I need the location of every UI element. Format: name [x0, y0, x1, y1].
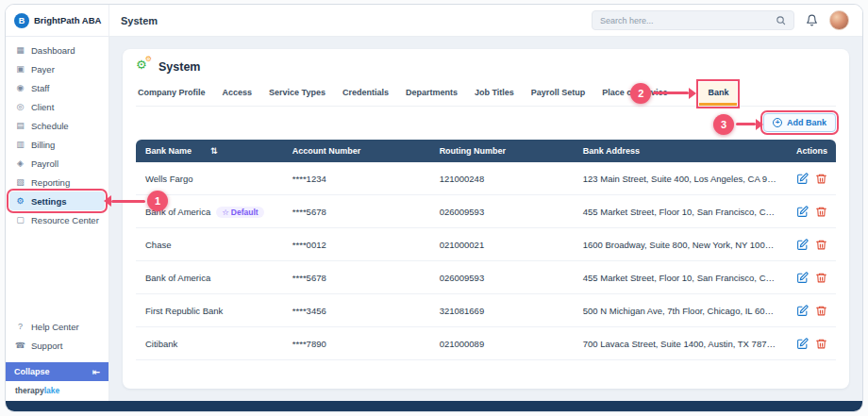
tab-bank[interactable]: Bank 2	[699, 82, 737, 106]
star-icon	[222, 208, 231, 217]
main-content: System Company ProfileAccessService Type…	[109, 37, 862, 401]
bank-table-row: Wells Fargo ****1234 121000248 123 Main …	[136, 162, 836, 195]
col-actions: Actions	[787, 140, 836, 162]
edit-pencil-icon	[796, 305, 809, 317]
delete-bank-button[interactable]	[815, 203, 827, 220]
account-number: ****5678	[283, 261, 430, 294]
tab-bar: Company ProfileAccessService TypesCreden…	[136, 82, 836, 107]
delete-bank-button[interactable]	[815, 170, 827, 187]
sidebar-item-schedule[interactable]: ▤ Schedule	[9, 116, 105, 135]
search-input[interactable]	[600, 16, 770, 25]
settings-gear-icon: ⚙	[15, 196, 25, 206]
edit-bank-button[interactable]	[796, 335, 809, 352]
bank-table: Bank Name Account Number Routing Number …	[136, 140, 836, 360]
edit-bank-button[interactable]	[796, 170, 809, 187]
sidebar-item-resource-center[interactable]: ▢ Resource Center	[9, 210, 105, 229]
help-icon: ?	[15, 322, 25, 331]
routing-number: 021000021	[430, 228, 574, 261]
system-gears-icon	[136, 60, 152, 74]
bank-table-row: Bank of America ****5678 026009593 455 M…	[136, 261, 836, 294]
sidebar-item-payer[interactable]: ▣ Payer	[9, 59, 105, 78]
toolbar: Add Bank 3	[136, 113, 836, 132]
card-header: System	[136, 60, 836, 74]
tab-access[interactable]: Access	[221, 82, 255, 106]
sidebar-item-payroll[interactable]: ◈ Payroll	[9, 154, 105, 173]
tab-payroll-setup[interactable]: Payroll Setup	[529, 82, 588, 106]
collapse-icon	[92, 367, 100, 377]
add-bank-button[interactable]: Add Bank 3	[763, 113, 836, 132]
search-box[interactable]	[592, 10, 794, 30]
edit-pencil-icon	[796, 173, 809, 185]
trash-icon	[815, 239, 827, 251]
annotation-arrow-3	[736, 123, 756, 125]
tab-service-types[interactable]: Service Types	[267, 82, 327, 106]
bank-name: First Republic Bank	[145, 306, 223, 316]
tab-credentials[interactable]: Credentials	[341, 82, 391, 106]
row-actions	[796, 302, 826, 319]
account-number: ****0012	[283, 228, 430, 261]
sidebar-item-client[interactable]: ◎ Client	[9, 97, 105, 116]
user-avatar[interactable]	[829, 10, 849, 30]
bank-table-head: Bank Name Account Number Routing Number …	[136, 140, 836, 162]
system-card: System Company ProfileAccessService Type…	[123, 49, 849, 389]
row-actions	[796, 170, 826, 187]
collapse-button[interactable]: Collapse	[6, 362, 108, 381]
row-actions	[796, 236, 826, 253]
sidebar-item-dashboard[interactable]: ▦ Dashboard	[9, 41, 105, 59]
edit-bank-button[interactable]	[796, 269, 809, 286]
section-title: System	[159, 60, 200, 74]
bank-address: 1600 Broadway, Suite 800, New York, NY 1…	[574, 228, 787, 261]
edit-bank-button[interactable]	[796, 203, 809, 220]
sidebar-item-help-center[interactable]: ? Help Center	[9, 317, 105, 336]
delete-bank-button[interactable]	[815, 236, 827, 253]
sidebar-secondary-nav: ? Help Center ☎ Support	[6, 317, 108, 355]
edit-pencil-icon	[796, 338, 809, 350]
bank-name: Chase	[145, 240, 171, 250]
dashboard-icon: ▦	[15, 45, 25, 55]
search-icon	[776, 15, 786, 25]
account-number: ****3456	[283, 294, 430, 327]
tab-departments[interactable]: Departments	[404, 82, 459, 106]
col-bank-name[interactable]: Bank Name	[136, 140, 283, 162]
routing-number: 321081669	[430, 294, 574, 327]
window-bottom-bar	[6, 401, 862, 411]
bank-address: 123 Main Street, Suite 400, Los Angeles,…	[574, 162, 787, 195]
bank-table-row: Bank of AmericaDefault ****5678 02600959…	[136, 195, 836, 228]
sidebar-item-support[interactable]: ☎ Support	[9, 336, 105, 355]
row-actions	[796, 203, 826, 220]
edit-bank-button[interactable]	[796, 236, 809, 253]
bank-name: Bank of America	[145, 207, 210, 217]
top-header: B BrightPath ABA System	[6, 5, 862, 37]
edit-bank-button[interactable]	[796, 302, 809, 319]
tab-place-of-service[interactable]: Place of Service	[600, 82, 669, 106]
trash-icon	[815, 173, 827, 185]
bank-address: 455 Market Street, Floor 10, San Francis…	[574, 261, 787, 294]
routing-number: 026009593	[430, 261, 574, 294]
support-phone-icon: ☎	[15, 341, 25, 350]
tab-job-titles[interactable]: Job Titles	[473, 82, 516, 106]
col-bank-address: Bank Address	[574, 140, 787, 162]
billing-icon: ▥	[15, 140, 25, 149]
notification-bell-icon[interactable]	[806, 14, 818, 26]
delete-bank-button[interactable]	[815, 335, 827, 352]
sidebar-item-settings[interactable]: ⚙ Settings 1	[9, 191, 105, 210]
sidebar-item-reporting[interactable]: ▧ Reporting	[9, 173, 105, 191]
reporting-icon: ▧	[15, 177, 25, 187]
sidebar-item-billing[interactable]: ▥ Billing	[9, 135, 105, 154]
delete-bank-button[interactable]	[815, 302, 827, 319]
trash-icon	[815, 338, 827, 350]
delete-bank-button[interactable]	[815, 269, 827, 286]
account-number: ****7890	[283, 327, 430, 360]
payer-icon: ▣	[15, 64, 25, 74]
sidebar-spacer	[6, 229, 108, 317]
brightpath-logo-icon: B	[14, 13, 29, 28]
brand-block: B BrightPath ABA	[6, 5, 109, 36]
tab-company-profile[interactable]: Company Profile	[136, 82, 208, 106]
sidebar-item-staff[interactable]: ◉ Staff	[9, 78, 105, 97]
col-account-number: Account Number	[283, 140, 430, 162]
bank-name: Bank of America	[145, 273, 210, 283]
sort-icon[interactable]	[210, 146, 218, 156]
bank-table-row: First Republic Bank ****3456 321081669 5…	[136, 294, 836, 327]
annotation-badge-3: 3	[713, 114, 734, 135]
trash-icon	[815, 206, 827, 218]
